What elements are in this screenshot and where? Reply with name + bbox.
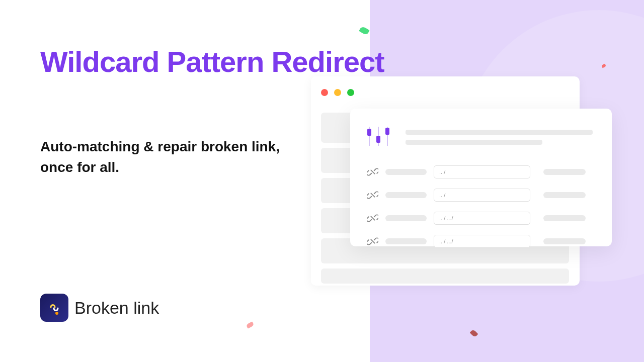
- sliders-icon: [367, 127, 389, 146]
- brand-logo-area: Broken link: [40, 294, 159, 322]
- broken-link-icon: [367, 213, 378, 224]
- broken-link-icon: [367, 166, 378, 177]
- decorative-leaf: [359, 26, 370, 35]
- pattern-input[interactable]: .../: [434, 165, 530, 178]
- broken-link-icon: [367, 236, 378, 247]
- pattern-input[interactable]: .../: [434, 189, 530, 202]
- broken-link-icon: [367, 190, 378, 201]
- window-controls: [321, 89, 354, 96]
- decorative-leaf: [246, 321, 254, 328]
- svg-point-0: [55, 312, 58, 315]
- placeholder-label: [385, 169, 427, 175]
- placeholder-label: [385, 215, 427, 221]
- pattern-input[interactable]: .../ .../: [434, 235, 530, 248]
- window-minimize-icon: [334, 89, 341, 96]
- page-subtitle: Auto-matching & repair broken link, once…: [40, 137, 282, 177]
- window-maximize-icon: [347, 89, 354, 96]
- mockup-heading-placeholder: [406, 130, 593, 150]
- placeholder-label: [385, 192, 427, 198]
- brand-logo-icon: [40, 294, 68, 322]
- redirect-row: .../: [367, 189, 594, 201]
- window-close-icon: [321, 89, 328, 96]
- redirect-rows: .../ .../ .../ .../ .../ .../: [367, 166, 594, 258]
- brand-name: Broken link: [74, 298, 159, 318]
- pattern-input[interactable]: .../ .../: [434, 212, 530, 225]
- placeholder-label: [385, 238, 427, 244]
- redirect-row: .../ .../: [367, 212, 594, 224]
- redirect-row: .../: [367, 166, 594, 178]
- redirect-row: .../ .../: [367, 235, 594, 247]
- placeholder-trail: [543, 169, 586, 175]
- placeholder-trail: [543, 238, 586, 244]
- placeholder-row: [321, 268, 569, 284]
- placeholder-trail: [543, 215, 586, 221]
- page-title: Wildcard Pattern Redirect: [40, 43, 384, 80]
- placeholder-trail: [543, 192, 586, 198]
